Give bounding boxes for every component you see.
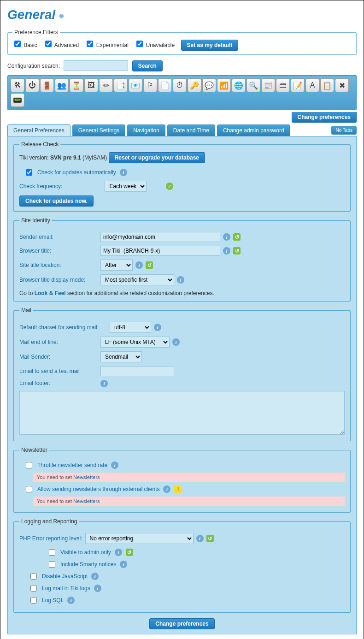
- toolbar-icon-5[interactable]: 🖼: [84, 78, 98, 92]
- tab-general-preferences[interactable]: General Preferences: [7, 124, 70, 136]
- info-icon[interactable]: i: [120, 561, 127, 568]
- info-icon[interactable]: i: [67, 597, 75, 604]
- change-preferences-bottom-button[interactable]: Change preferences: [149, 618, 214, 629]
- info-icon[interactable]: i: [223, 233, 230, 241]
- info-icon[interactable]: i: [154, 324, 161, 331]
- toolbar-icon-21[interactable]: 📋: [320, 78, 334, 92]
- info-icon[interactable]: i: [163, 485, 170, 493]
- tab-change-admin-password[interactable]: Change admin password: [217, 124, 290, 136]
- toolbar-icon-8[interactable]: 📧: [129, 78, 142, 92]
- title-location-select[interactable]: After: [100, 260, 133, 271]
- php-error-select[interactable]: No error reporting: [85, 533, 194, 544]
- filter-advanced-checkbox[interactable]: [45, 41, 52, 47]
- external-clients-checkbox[interactable]: [26, 486, 32, 492]
- filter-experimental-checkbox[interactable]: [87, 41, 93, 47]
- toolbar-icon-7[interactable]: 📑: [114, 78, 128, 92]
- log-sql-checkbox[interactable]: [30, 597, 37, 604]
- info-icon[interactable]: i: [94, 585, 101, 592]
- newsletters-link[interactable]: Newsletters: [73, 498, 100, 504]
- filter-basic-checkbox[interactable]: [14, 41, 21, 47]
- info-icon[interactable]: i: [120, 169, 127, 176]
- help-icon[interactable]: ◉: [59, 12, 64, 19]
- filter-advanced[interactable]: Advanced: [43, 42, 79, 48]
- toolbar-icon-2[interactable]: 🚪: [40, 78, 54, 92]
- toolbar-icon-3[interactable]: 👥: [55, 78, 69, 92]
- reset-icon[interactable]: ↺: [146, 261, 153, 269]
- eol-select[interactable]: LF (some Unix MTA): [100, 337, 170, 348]
- toolbar-icon-6[interactable]: ✏: [99, 78, 113, 92]
- visible-admin-checkbox[interactable]: [49, 549, 55, 556]
- auto-check-label[interactable]: Check for updates automatically: [37, 169, 116, 176]
- log-mail-checkbox[interactable]: [30, 585, 37, 592]
- reset-icon[interactable]: ↺: [233, 233, 241, 241]
- toolbar-icon-10[interactable]: 📄: [158, 78, 172, 92]
- toolbar-icon-12[interactable]: 🔑: [188, 78, 201, 92]
- auto-check-checkbox[interactable]: [26, 169, 32, 176]
- toolbar-icon-1[interactable]: ⏻: [25, 78, 39, 92]
- browser-title-input[interactable]: [100, 246, 220, 256]
- info-icon[interactable]: i: [115, 549, 122, 556]
- toolbar-icon-16[interactable]: 🔍: [247, 78, 260, 92]
- log-sql-label[interactable]: Log SQL: [42, 597, 64, 604]
- disable-js-label[interactable]: Disable JavaScript: [42, 573, 88, 580]
- info-icon[interactable]: i: [177, 276, 184, 284]
- set-default-button[interactable]: Set as my default: [181, 40, 239, 51]
- warning-icon[interactable]: !: [174, 485, 182, 493]
- info-icon[interactable]: i: [172, 338, 180, 346]
- toolbar-icon-23[interactable]: 📟: [11, 93, 24, 107]
- check-updates-now-button[interactable]: Check for updates now.: [19, 195, 94, 207]
- email-footer-textarea[interactable]: [19, 391, 345, 435]
- info-icon[interactable]: i: [135, 261, 143, 269]
- test-mail-input[interactable]: [100, 366, 174, 376]
- throttle-checkbox[interactable]: [26, 462, 32, 468]
- smarty-checkbox[interactable]: [49, 561, 55, 568]
- tab-navigation[interactable]: Navigation: [127, 124, 165, 136]
- newsletters-link[interactable]: Newsletters: [73, 474, 100, 480]
- reset-icon[interactable]: ↺: [233, 247, 241, 254]
- change-preferences-top-button[interactable]: Change preferences: [292, 112, 357, 123]
- info-icon[interactable]: i: [196, 535, 204, 542]
- search-button[interactable]: Search: [132, 60, 163, 71]
- info-icon[interactable]: i: [223, 247, 230, 254]
- toolbar-icon-11[interactable]: ⏱: [173, 78, 187, 92]
- disable-js-checkbox[interactable]: [30, 573, 37, 580]
- info-icon[interactable]: i: [100, 380, 108, 387]
- filter-unavailable-checkbox[interactable]: [136, 41, 143, 47]
- toolbar-icon-19[interactable]: 📝: [291, 78, 305, 92]
- charset-select[interactable]: utf-8: [110, 322, 151, 333]
- mail-fieldset: Mail Default charset for sending mail: u…: [13, 307, 351, 441]
- filter-experimental[interactable]: Experimental: [85, 42, 128, 48]
- reset-icon[interactable]: ↺: [206, 535, 214, 542]
- info-icon[interactable]: i: [91, 573, 99, 580]
- tab-general-settings[interactable]: General Settings: [72, 124, 125, 136]
- display-mode-select[interactable]: Most specific first: [100, 274, 174, 285]
- mail-sender-select[interactable]: Sendmail: [100, 351, 142, 362]
- visible-admin-label[interactable]: Visible to admin only: [60, 549, 111, 556]
- sender-email-input[interactable]: [100, 232, 220, 242]
- tab-date-time[interactable]: Date and Time: [167, 124, 215, 136]
- toolbar-icon-17[interactable]: 📰: [261, 78, 275, 92]
- toolbar-icon-9[interactable]: 🏳: [143, 78, 157, 92]
- filter-basic[interactable]: Basic: [12, 42, 37, 48]
- reset-icon[interactable]: ↺: [126, 549, 133, 556]
- toolbar-icon-14[interactable]: 📶: [217, 78, 231, 92]
- reset-database-button[interactable]: Reset or upgrade your database: [109, 152, 205, 163]
- toolbar-icon-20[interactable]: A: [305, 78, 319, 92]
- toolbar-icon-4[interactable]: ⏳: [70, 78, 83, 92]
- no-tabs-button[interactable]: No Tabs: [331, 126, 357, 135]
- config-search-input[interactable]: [64, 60, 128, 71]
- toolbar-icon-13[interactable]: 💬: [202, 78, 216, 92]
- toolbar-icon-22[interactable]: ✖: [335, 78, 349, 92]
- throttle-label[interactable]: Throttle newsletter send rate: [37, 462, 107, 468]
- look-and-feel-link[interactable]: Look & Feel: [35, 290, 66, 296]
- toolbar-icon-18[interactable]: 🗃: [276, 78, 290, 92]
- check-frequency-select[interactable]: Each week: [105, 181, 147, 192]
- smarty-label[interactable]: Include Smarty notices: [60, 561, 116, 568]
- preference-filters: Preference Filters Basic Advanced Experi…: [7, 29, 357, 55]
- filter-unavailable[interactable]: Unavailable: [135, 42, 175, 48]
- log-mail-label[interactable]: Log mail in Tiki logs: [42, 585, 90, 592]
- external-clients-label[interactable]: Allow sending newsletters through extern…: [37, 486, 159, 492]
- toolbar-icon-15[interactable]: 🌐: [232, 78, 246, 92]
- info-icon[interactable]: i: [111, 462, 118, 469]
- toolbar-icon-0[interactable]: 🛠: [11, 78, 24, 92]
